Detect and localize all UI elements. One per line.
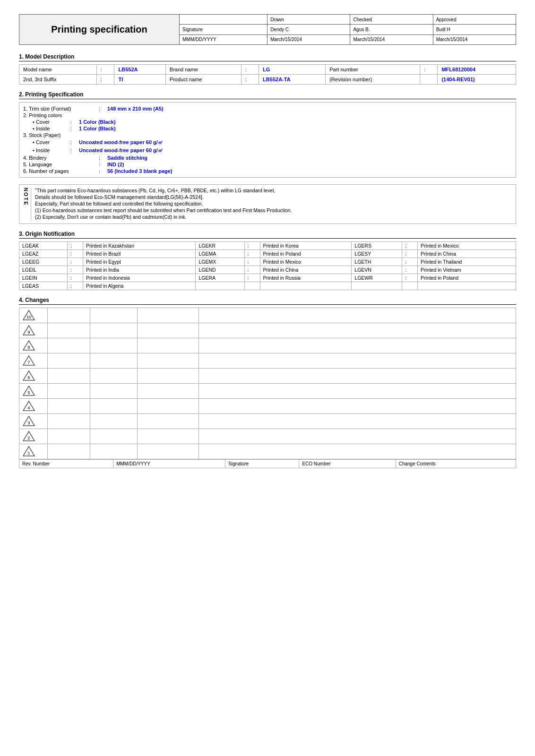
origin-code: LGEVN bbox=[352, 266, 402, 274]
origin-code: LGEMX bbox=[196, 258, 244, 266]
svg-text:9: 9 bbox=[27, 330, 30, 335]
origin-colon: : bbox=[402, 250, 418, 258]
origin-country: Printed in Algeria bbox=[83, 282, 196, 290]
trim-size-row: 1. Trim size (Format) : 148 mm x 210 mm … bbox=[23, 105, 512, 112]
revision-triangle-icon: 5 bbox=[22, 385, 35, 396]
origin-colon: : bbox=[402, 266, 418, 274]
origin-code: LGEKR bbox=[196, 242, 244, 250]
change-signature bbox=[90, 308, 138, 323]
revision-triangle-icon: 7 bbox=[22, 355, 35, 366]
origin-code: LGERA bbox=[196, 274, 244, 282]
table-row: LGEIN : Printed in Indonesia LGERA : Pri… bbox=[19, 274, 516, 282]
revision-triangle-icon: 10 bbox=[22, 309, 35, 321]
bindery-row: 4. Bindery : Saddle stitching bbox=[23, 155, 512, 161]
revision-number-cell: 1 bbox=[19, 444, 48, 459]
svg-text:4: 4 bbox=[27, 405, 30, 410]
origin-code: LGEAS bbox=[19, 282, 68, 290]
revision-number-cell: 4 bbox=[19, 399, 48, 414]
origin-notification-table: LGEAK : Printed in Kazakhstan LGEKR : Pr… bbox=[19, 241, 516, 290]
origin-code: LGERS bbox=[352, 242, 402, 250]
stock-row: 3. Stock (Paper) bbox=[23, 132, 512, 138]
origin-country: Printed in Indonesia bbox=[83, 274, 196, 282]
footer-contents-label: Change Contents bbox=[396, 460, 516, 468]
origin-country bbox=[418, 282, 516, 290]
revision-number-cell: 2 bbox=[19, 429, 48, 444]
origin-code: LGEIL bbox=[19, 266, 68, 274]
section2-title: 2. Printing Specification bbox=[19, 91, 516, 99]
part-number-value: MFL68120004 bbox=[438, 65, 516, 75]
svg-text:10: 10 bbox=[26, 315, 31, 319]
origin-colon bbox=[402, 282, 418, 290]
footer-sig-label: Signature bbox=[225, 460, 299, 468]
change-row-7: 7 bbox=[19, 353, 516, 369]
svg-text:6: 6 bbox=[27, 375, 30, 380]
change-row-8: 8 bbox=[19, 338, 516, 353]
footer-row: Rev. Number MMM/DD/YYYY Signature ECO Nu… bbox=[19, 460, 516, 468]
revision-number-cell: 6 bbox=[19, 369, 48, 384]
revision-triangle-icon: 6 bbox=[22, 370, 35, 381]
brand-name-label: Brand name bbox=[165, 65, 241, 75]
origin-country: Printed in Russia bbox=[260, 274, 352, 282]
origin-country: Printed in Poland bbox=[418, 274, 516, 282]
origin-country bbox=[260, 282, 352, 290]
revision-triangle-icon: 9 bbox=[22, 325, 35, 336]
printing-spec-box: 1. Trim size (Format) : 148 mm x 210 mm … bbox=[19, 102, 516, 178]
cover-color-row: • Cover : 1 Color (Black) bbox=[23, 119, 512, 125]
origin-code: LGETH bbox=[352, 258, 402, 266]
colon-2: : bbox=[241, 65, 259, 75]
origin-code bbox=[352, 282, 402, 290]
origin-country: Printed in Korea bbox=[260, 242, 352, 250]
checked-label: Checked bbox=[350, 15, 433, 25]
approved-signature: Budi H bbox=[433, 25, 516, 34]
revision-triangle-icon: 3 bbox=[22, 415, 35, 427]
changes-table: 10 9 8 bbox=[19, 308, 516, 459]
notes-box: NOTE "This part contains Eco-hazardous s… bbox=[19, 184, 516, 224]
origin-country: Printed in Thailand bbox=[418, 258, 516, 266]
origin-colon: : bbox=[244, 274, 260, 282]
revision-triangle-icon: 4 bbox=[22, 400, 35, 412]
colon-6 bbox=[420, 75, 438, 85]
note-item-1: "This part contains Eco-hazardous substa… bbox=[35, 188, 512, 193]
changes-footer-table: Rev. Number MMM/DD/YYYY Signature ECO Nu… bbox=[19, 459, 516, 468]
origin-country: Printed in Poland bbox=[260, 250, 352, 258]
origin-code: LGEAZ bbox=[19, 250, 68, 258]
origin-colon: : bbox=[402, 242, 418, 250]
change-row-6: 6 bbox=[19, 369, 516, 384]
origin-country: Printed in Vietnam bbox=[418, 266, 516, 274]
origin-colon: : bbox=[402, 258, 418, 266]
colon-1: : bbox=[96, 65, 114, 75]
table-row: LGEAK : Printed in Kazakhstan LGEKR : Pr… bbox=[19, 242, 516, 250]
section4-title: 4. Changes bbox=[19, 297, 516, 305]
table-row: LGEIL : Printed in India LGEND : Printed… bbox=[19, 266, 516, 274]
change-contents bbox=[199, 308, 516, 323]
revision-label: (Revision number) bbox=[326, 75, 420, 85]
origin-code: LGEEG bbox=[19, 258, 68, 266]
section3-title: 3. Origin Notification bbox=[19, 231, 516, 239]
cover-stock-row: • Cover : Uncoated wood-free paper 60 g/… bbox=[23, 138, 512, 146]
model-name-label: Model name bbox=[19, 65, 97, 75]
origin-country: Printed in China bbox=[260, 266, 352, 274]
section1-title: 1. Model Description bbox=[19, 53, 516, 61]
change-date bbox=[48, 308, 90, 323]
colon-4: : bbox=[96, 75, 114, 85]
drawn-signature: Dendy C bbox=[268, 25, 350, 34]
change-row-10: 10 bbox=[19, 308, 516, 323]
brand-name-value: LG bbox=[259, 65, 326, 75]
suffix-label: 2nd, 3rd Suffix bbox=[19, 75, 97, 85]
product-name-value: LB552A-TA bbox=[259, 75, 326, 85]
origin-code: LGESY bbox=[352, 250, 402, 258]
inside-color-row: • Inside : 1 Color (Black) bbox=[23, 125, 512, 132]
printing-colors-row: 2. Printing colors bbox=[23, 112, 512, 119]
origin-colon: : bbox=[244, 258, 260, 266]
document-title: Printing specification bbox=[19, 14, 180, 45]
date-label: MMM/DD/YYYY bbox=[180, 34, 268, 44]
origin-colon: : bbox=[67, 266, 83, 274]
model-name-value: LB552A bbox=[114, 65, 165, 75]
header-approval-table: Drawn Checked Approved Signature Dendy C… bbox=[179, 14, 516, 45]
revision-number-cell: 3 bbox=[19, 414, 48, 429]
revision-triangle-icon: 1 bbox=[22, 446, 35, 457]
svg-text:7: 7 bbox=[27, 360, 30, 365]
origin-country: Printed in Kazakhstan bbox=[83, 242, 196, 250]
pages-row: 6. Number of pages : 56 (Included 3 blan… bbox=[23, 168, 512, 174]
revision-triangle-icon: 8 bbox=[22, 340, 35, 351]
